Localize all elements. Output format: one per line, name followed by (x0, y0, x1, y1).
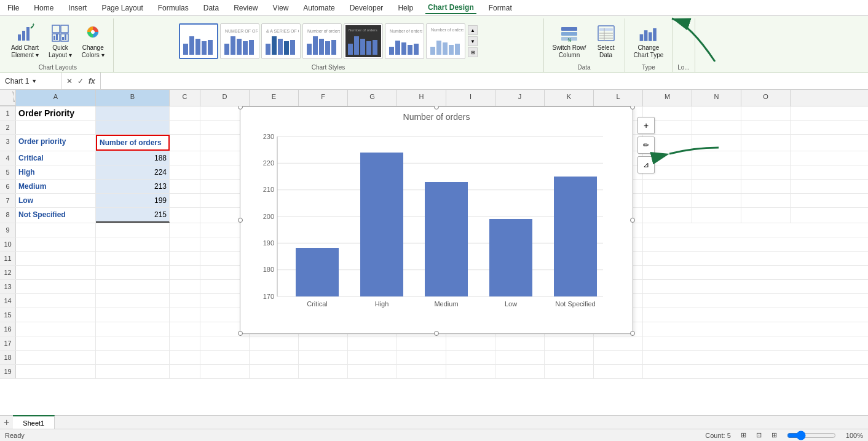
col-header-M[interactable]: M (643, 90, 692, 106)
chart-style-7[interactable]: Number of orders (426, 23, 465, 59)
col-header-J[interactable]: J (495, 90, 545, 106)
cell-N7[interactable] (692, 194, 741, 207)
cell-B16[interactable] (96, 322, 170, 336)
cell-J18[interactable] (495, 351, 545, 364)
cell-B19[interactable] (96, 365, 170, 378)
cell-H18[interactable] (397, 351, 446, 364)
col-header-B[interactable]: B (96, 90, 170, 106)
cell-B14[interactable] (96, 294, 170, 308)
cell-K17[interactable] (545, 336, 594, 350)
cell-I18[interactable] (446, 351, 495, 364)
row-header-15[interactable]: 15 (0, 308, 16, 322)
cell-K18[interactable] (545, 351, 594, 364)
cancel-formula-icon[interactable]: ✕ (66, 77, 73, 85)
cell-C13[interactable] (170, 280, 200, 293)
cell-A4[interactable]: Critical (16, 151, 96, 165)
chart-handle-bm[interactable] (434, 331, 439, 336)
fx-icon[interactable]: fx (89, 77, 95, 85)
cell-A9[interactable] (16, 223, 96, 237)
row-header-8[interactable]: 8 (0, 208, 16, 223)
cell-B12[interactable] (96, 266, 170, 279)
view-page-break-icon[interactable]: ⊞ (771, 431, 777, 439)
cell-C17[interactable] (170, 336, 200, 350)
cell-G17[interactable] (348, 336, 397, 350)
col-header-F[interactable]: F (299, 90, 348, 106)
cell-J19[interactable] (495, 365, 545, 378)
name-box-dropdown-icon[interactable]: ▼ (31, 78, 37, 84)
change-colors-button[interactable]: ChangeColors ▾ (78, 21, 108, 62)
cell-B8[interactable]: 215 (96, 208, 170, 223)
bar-high[interactable] (360, 153, 403, 296)
cell-A10[interactable] (16, 237, 96, 251)
menu-help[interactable]: Help (395, 2, 416, 14)
chart-styles-button[interactable]: ✏ (637, 137, 655, 154)
cell-C8[interactable] (170, 208, 200, 223)
cell-F18[interactable] (299, 351, 348, 364)
row-header-2[interactable]: 2 (0, 121, 16, 134)
chart-style-1[interactable] (179, 23, 218, 59)
cell-C6[interactable] (170, 180, 200, 193)
menu-automate[interactable]: Automate (301, 2, 337, 14)
cell-M8[interactable] (643, 208, 692, 223)
cell-C16[interactable] (170, 322, 200, 336)
chart-style-6[interactable]: Number of orders (385, 23, 424, 59)
row-header-13[interactable]: 13 (0, 280, 16, 293)
cell-B10[interactable] (96, 237, 170, 251)
cell-A1[interactable]: Order Priority (16, 106, 96, 120)
cell-C5[interactable] (170, 165, 200, 179)
bar-low[interactable] (489, 219, 532, 296)
cell-C14[interactable] (170, 294, 200, 308)
col-header-H[interactable]: H (397, 90, 446, 106)
cell-C7[interactable] (170, 194, 200, 207)
cell-B17[interactable] (96, 336, 170, 350)
cell-L18[interactable] (594, 351, 643, 364)
quick-layout-button[interactable]: QuickLayout ▾ (45, 21, 76, 62)
cell-O5[interactable] (741, 165, 791, 179)
menu-developer[interactable]: Developer (347, 2, 386, 14)
cell-D19[interactable] (200, 365, 250, 378)
cell-B15[interactable] (96, 308, 170, 322)
chart-handle-ml[interactable] (238, 218, 243, 223)
confirm-formula-icon[interactable]: ✓ (77, 77, 84, 85)
name-box[interactable]: Chart 1 ▼ (0, 73, 61, 89)
col-header-N[interactable]: N (692, 90, 741, 106)
col-header-G[interactable]: G (348, 90, 397, 106)
row-header-12[interactable]: 12 (0, 266, 16, 279)
view-layout-icon[interactable]: ⊡ (756, 431, 762, 439)
cell-F19[interactable] (299, 365, 348, 378)
row-header-16[interactable]: 16 (0, 322, 16, 336)
cell-O2[interactable] (741, 121, 791, 134)
cell-B7[interactable]: 199 (96, 194, 170, 207)
cell-C10[interactable] (170, 237, 200, 251)
gallery-scroll-up[interactable]: ▲ (468, 25, 478, 35)
cell-C2[interactable] (170, 121, 200, 134)
cell-K19[interactable] (545, 365, 594, 378)
cell-B1[interactable] (96, 106, 170, 120)
col-header-I[interactable]: I (446, 90, 495, 106)
cell-O6[interactable] (741, 180, 791, 193)
cell-O4[interactable] (741, 151, 791, 165)
cell-C19[interactable] (170, 365, 200, 378)
cell-G19[interactable] (348, 365, 397, 378)
cell-B6[interactable]: 213 (96, 180, 170, 193)
cell-B4[interactable]: 188 (96, 151, 170, 165)
menu-data[interactable]: Data (201, 2, 221, 14)
cell-A15[interactable] (16, 308, 96, 322)
cell-O8[interactable] (741, 208, 791, 223)
cell-M7[interactable] (643, 194, 692, 207)
zoom-slider[interactable] (787, 431, 836, 440)
switch-row-column-button[interactable]: ⇅ Switch Row/Column (549, 21, 590, 62)
cell-N1[interactable] (692, 106, 741, 120)
chart-handle-bl[interactable] (238, 331, 243, 336)
cell-D18[interactable] (200, 351, 250, 364)
row-header-17[interactable]: 17 (0, 336, 16, 350)
chart-handle-br[interactable] (630, 331, 635, 336)
row-header-5[interactable]: 5 (0, 165, 16, 179)
row-header-19[interactable]: 19 (0, 365, 16, 378)
cell-F17[interactable] (299, 336, 348, 350)
cell-N2[interactable] (692, 121, 741, 134)
cell-N3[interactable] (692, 135, 741, 151)
bar-critical[interactable] (296, 248, 339, 296)
cell-A7[interactable]: Low (16, 194, 96, 207)
menu-home[interactable]: Home (31, 2, 56, 14)
